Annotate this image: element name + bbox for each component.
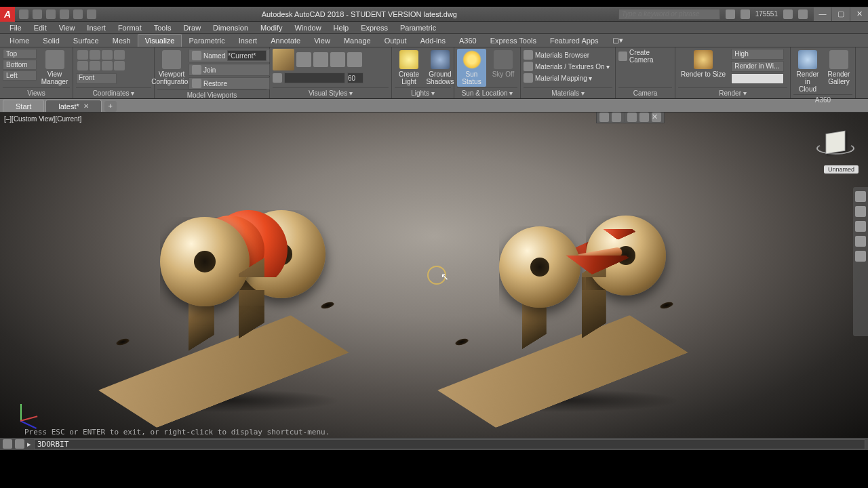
- ucs-icon[interactable]: [114, 61, 125, 70]
- render-preset-dropdown[interactable]: High: [731, 49, 784, 60]
- panel-materials-title[interactable]: Materials ▾: [524, 87, 612, 98]
- ucs-icon[interactable]: [90, 50, 100, 60]
- menu-parametric[interactable]: Parametric: [395, 23, 441, 33]
- view-manager-button[interactable]: View Manager: [39, 49, 70, 87]
- ftb-icon[interactable]: [612, 113, 621, 122]
- viewcube-tag[interactable]: Unnamed: [824, 165, 859, 174]
- menu-view[interactable]: View: [54, 23, 81, 33]
- command-input[interactable]: [34, 439, 865, 449]
- view-left[interactable]: Left: [3, 70, 37, 81]
- viewport-current-input[interactable]: [227, 50, 267, 61]
- opacity-value[interactable]: [347, 73, 363, 83]
- doc-tab-start[interactable]: Start: [3, 100, 44, 112]
- menu-help[interactable]: Help: [328, 23, 355, 33]
- new-doc-button[interactable]: +: [104, 101, 117, 112]
- ucs-icon[interactable]: [16, 399, 43, 426]
- ftb-icon[interactable]: [639, 113, 649, 122]
- qat-redo-icon[interactable]: [73, 9, 83, 19]
- ucs-icon[interactable]: [102, 61, 113, 70]
- ground-shadows-button[interactable]: Ground Shadows: [426, 49, 454, 87]
- ucs-icon[interactable]: [114, 50, 125, 60]
- nav-pan-icon[interactable]: [855, 206, 866, 217]
- tab-home[interactable]: Home: [3, 35, 36, 47]
- ftb-close-icon[interactable]: ✕: [652, 113, 661, 122]
- tab-mesh[interactable]: Mesh: [106, 35, 138, 47]
- tab-manage[interactable]: Manage: [337, 35, 378, 47]
- tab-solid[interactable]: Solid: [36, 35, 66, 47]
- render-window-dropdown[interactable]: Render in Wi...: [731, 61, 784, 72]
- tab-addins[interactable]: Add-ins: [414, 35, 452, 47]
- viewport-named[interactable]: Named: [203, 52, 225, 60]
- maximize-button[interactable]: ▢: [832, 7, 850, 21]
- viewcube-face[interactable]: [825, 131, 845, 155]
- panel-render-title[interactable]: Render ▾: [678, 87, 787, 98]
- user-icon[interactable]: [741, 9, 750, 19]
- view-bottom[interactable]: Bottom: [3, 60, 37, 70]
- nav-showmotion-icon[interactable]: [855, 251, 866, 262]
- qat-save-icon[interactable]: [46, 9, 56, 19]
- qat-undo-icon[interactable]: [60, 9, 69, 19]
- qat-new-icon[interactable]: [19, 9, 28, 19]
- tab-insert[interactable]: Insert: [232, 35, 264, 47]
- menu-dimension[interactable]: Dimension: [208, 23, 254, 33]
- menu-file[interactable]: File: [4, 23, 27, 33]
- nav-zoom-icon[interactable]: [855, 221, 866, 232]
- close-tab-icon[interactable]: ✕: [83, 102, 89, 110]
- tab-a360[interactable]: A360: [452, 35, 484, 47]
- viewport-restore[interactable]: Restore: [203, 80, 227, 87]
- app-logo-icon[interactable]: A: [0, 7, 15, 22]
- create-light-button[interactable]: Create Light: [395, 49, 423, 87]
- panel-coords-title[interactable]: Coordinates ▾: [76, 87, 151, 98]
- qat-print-icon[interactable]: [87, 9, 96, 19]
- materials-textures[interactable]: Materials / Textures On ▾: [524, 62, 610, 71]
- menu-format[interactable]: Format: [113, 23, 147, 33]
- view-cube[interactable]: [816, 125, 854, 163]
- tab-surface[interactable]: Surface: [66, 35, 106, 47]
- material-mapping[interactable]: Material Mapping ▾: [524, 73, 592, 83]
- tab-featured-apps[interactable]: Featured Apps: [543, 35, 606, 47]
- view-top[interactable]: Top: [3, 49, 37, 59]
- nav-wheel-icon[interactable]: [855, 191, 866, 202]
- render-cloud-button[interactable]: Render in Cloud: [793, 49, 822, 94]
- ucs-front-dropdown[interactable]: Front: [76, 73, 117, 84]
- tab-annotate[interactable]: Annotate: [264, 35, 307, 47]
- close-cmdline-icon[interactable]: [3, 439, 12, 449]
- tab-visualize[interactable]: Visualize: [138, 34, 182, 47]
- signin-icon[interactable]: [726, 9, 735, 19]
- panel-lights-title[interactable]: Lights ▾: [395, 87, 451, 98]
- ucs-icon[interactable]: [77, 50, 88, 60]
- menu-insert[interactable]: Insert: [81, 23, 111, 33]
- qat-open-icon[interactable]: [33, 9, 42, 19]
- doc-tab-active[interactable]: latest*✕: [45, 100, 102, 112]
- panel-sun-title[interactable]: Sun & Location ▾: [457, 87, 517, 98]
- ucs-icon[interactable]: [77, 61, 88, 70]
- render-to-size-button[interactable]: Render to Size: [678, 49, 728, 79]
- viewport-label[interactable]: [–][Custom View][Current]: [4, 115, 81, 123]
- customize-cmdline-icon[interactable]: [15, 439, 24, 449]
- menu-window[interactable]: Window: [289, 23, 326, 33]
- menu-modify[interactable]: Modify: [255, 23, 288, 33]
- tab-parametric[interactable]: Parametric: [182, 35, 231, 47]
- nav-orbit-icon[interactable]: [855, 236, 866, 247]
- panel-vs-title[interactable]: Visual Styles ▾: [273, 87, 389, 98]
- menu-edit[interactable]: Edit: [28, 23, 52, 33]
- menu-draw[interactable]: Draw: [178, 23, 206, 33]
- help-icon[interactable]: [798, 9, 808, 19]
- sun-status-button[interactable]: Sun Status: [457, 49, 486, 87]
- viewport-join[interactable]: Join: [203, 66, 216, 74]
- ribbon-overflow-icon[interactable]: ▢▾: [606, 34, 630, 47]
- ftb-icon[interactable]: [627, 113, 637, 122]
- exchange-icon[interactable]: [783, 9, 793, 19]
- ftb-icon[interactable]: [599, 113, 609, 122]
- ucs-icon[interactable]: [90, 61, 100, 70]
- sky-off-button[interactable]: Sky Off: [489, 49, 517, 79]
- tab-output[interactable]: Output: [378, 35, 414, 47]
- create-camera-button[interactable]: Create Camera: [618, 49, 672, 64]
- help-search-input[interactable]: [618, 9, 720, 20]
- menu-tools[interactable]: Tools: [149, 23, 177, 33]
- render-gallery-button[interactable]: Render Gallery: [825, 49, 853, 87]
- minimize-button[interactable]: —: [814, 7, 831, 21]
- ucs-icon[interactable]: [102, 50, 113, 60]
- menu-express[interactable]: Express: [355, 23, 393, 33]
- visual-style-gallery[interactable]: [273, 49, 362, 70]
